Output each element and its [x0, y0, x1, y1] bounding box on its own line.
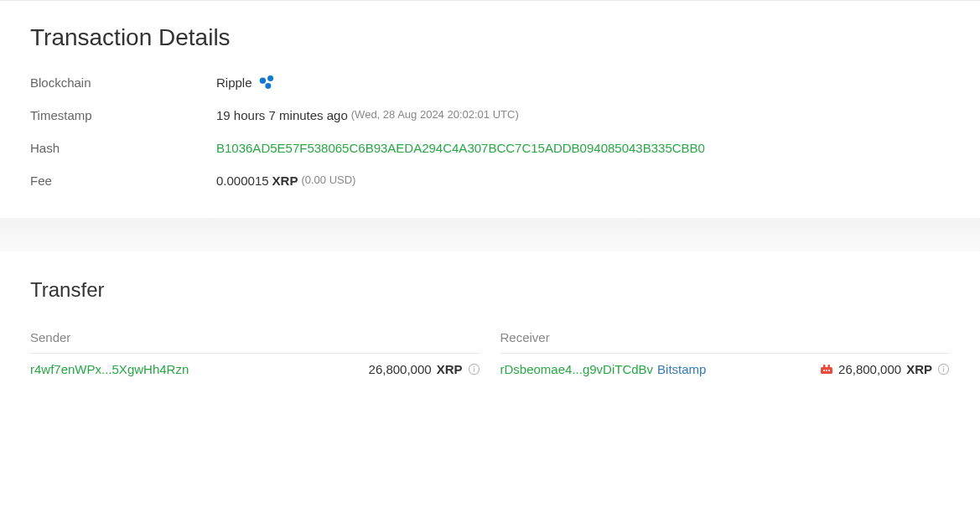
value-blockchain: Ripple [216, 74, 252, 91]
label-blockchain: Blockchain [30, 74, 216, 91]
row-timestamp: Timestamp 19 hours 7 minutes ago (Wed, 2… [30, 106, 950, 124]
sender-amount: 26,800,000 [369, 362, 432, 376]
sender-symbol: XRP [437, 362, 463, 376]
svg-point-9 [823, 370, 825, 371]
alert-icon [820, 364, 833, 375]
receiver-tag-link[interactable]: Bitstamp [657, 362, 706, 376]
fee-symbol: XRP [272, 172, 298, 189]
svg-point-1 [267, 75, 273, 81]
value-timestamp-relative: 19 hours 7 minutes ago [216, 106, 348, 124]
row-hash: Hash B1036AD5E57F538065C6B93AEDA294C4A30… [30, 139, 950, 157]
label-timestamp: Timestamp [30, 106, 216, 124]
sender-header: Sender [30, 330, 480, 354]
page-title: Transaction Details [30, 24, 950, 51]
svg-point-10 [826, 370, 827, 371]
receiver-column: Receiver rDsbeomae4...g9vDiTCdBv Bitstam… [500, 330, 951, 376]
receiver-header: Receiver [500, 330, 951, 354]
svg-point-14 [943, 366, 944, 367]
label-fee: Fee [30, 172, 216, 189]
fee-usd: (0.00 USD) [301, 173, 355, 188]
value-timestamp-absolute: (Wed, 28 Aug 2024 20:02:01 UTC) [351, 107, 519, 122]
svg-point-11 [828, 370, 830, 371]
receiver-row: rDsbeomae4...g9vDiTCdBv Bitstamp [500, 362, 951, 376]
svg-point-0 [259, 78, 265, 84]
transfer-title: Transfer [30, 278, 950, 302]
hash-link[interactable]: B1036AD5E57F538065C6B93AEDA294C4A307BCC7… [216, 139, 705, 157]
receiver-symbol: XRP [906, 362, 932, 376]
ripple-icon [257, 73, 276, 91]
svg-point-2 [265, 83, 271, 89]
svg-rect-7 [823, 365, 826, 368]
fee-amount: 0.000015 [216, 172, 269, 189]
sender-column: Sender r4wf7enWPx...5XgwHh4Rzn 26,800,00… [30, 330, 480, 376]
svg-point-5 [473, 366, 474, 367]
row-blockchain: Blockchain Ripple [30, 73, 950, 91]
row-fee: Fee 0.000015 XRP (0.00 USD) [30, 172, 950, 189]
svg-rect-8 [828, 365, 831, 368]
info-icon[interactable] [468, 363, 480, 375]
info-icon[interactable] [937, 363, 950, 375]
label-hash: Hash [30, 139, 216, 157]
section-divider [0, 218, 980, 251]
sender-row: r4wf7enWPx...5XgwHh4Rzn 26,800,000 XRP [30, 362, 480, 376]
receiver-address-link[interactable]: rDsbeomae4...g9vDiTCdBv [500, 362, 654, 376]
receiver-amount: 26,800,000 [838, 362, 901, 376]
sender-address-link[interactable]: r4wf7enWPx...5XgwHh4Rzn [30, 362, 189, 376]
